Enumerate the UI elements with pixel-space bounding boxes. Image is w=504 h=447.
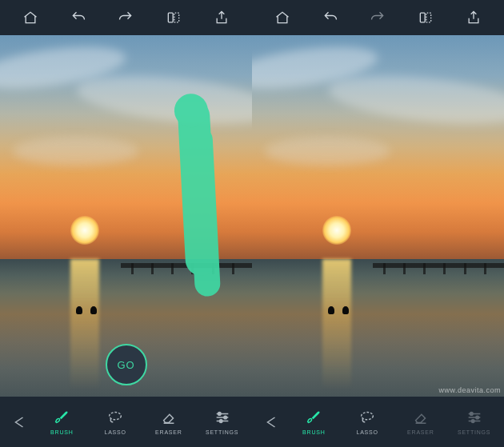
undo-icon[interactable]	[70, 9, 87, 26]
tool-label: ERASER	[155, 429, 182, 435]
compare-icon[interactable]	[417, 9, 434, 26]
back-arrow-icon[interactable]	[3, 415, 35, 429]
tool-brush[interactable]: BRUSH	[287, 409, 341, 435]
photo-panel-before[interactable]: GO	[0, 35, 252, 397]
share-icon[interactable]	[465, 9, 482, 26]
photo-panel-after[interactable]	[252, 35, 504, 397]
go-button[interactable]: GO	[106, 344, 147, 385]
tool-label: LASSO	[104, 429, 126, 435]
home-icon[interactable]	[22, 9, 39, 26]
tool-eraser[interactable]: ERASER	[142, 409, 196, 435]
svg-point-7	[219, 420, 222, 423]
redo-icon[interactable]	[117, 9, 134, 26]
tool-label: SETTINGS	[206, 429, 238, 435]
go-button-label: GO	[117, 359, 134, 371]
tool-settings[interactable]: SETTINGS	[195, 409, 249, 435]
svg-point-5	[218, 413, 221, 416]
tool-label: ERASER	[407, 429, 434, 435]
tool-brush[interactable]: BRUSH	[35, 409, 89, 435]
top-toolbar-left	[0, 0, 252, 35]
svg-point-4	[110, 413, 122, 420]
svg-rect-1	[174, 13, 179, 22]
top-toolbar	[0, 0, 504, 35]
home-icon[interactable]	[274, 9, 291, 26]
canvas-area: GO	[0, 35, 504, 397]
top-toolbar-right	[252, 0, 504, 35]
svg-point-11	[471, 420, 474, 423]
svg-rect-2	[421, 13, 426, 22]
svg-rect-0	[169, 13, 174, 22]
tool-eraser[interactable]: ERASER	[394, 409, 448, 435]
svg-point-8	[362, 413, 374, 420]
tool-settings[interactable]: SETTINGS	[447, 409, 501, 435]
svg-point-10	[475, 416, 478, 419]
svg-rect-3	[426, 13, 431, 22]
bottom-toolbar-right: BRUSH LASSO ERASER SETTINGS	[252, 397, 504, 447]
tool-lasso[interactable]: LASSO	[89, 409, 142, 435]
tool-label: SETTINGS	[458, 429, 490, 435]
tool-label: BRUSH	[302, 429, 326, 435]
back-arrow-icon[interactable]	[255, 415, 287, 429]
undo-icon[interactable]	[322, 9, 339, 26]
tool-label: BRUSH	[50, 429, 74, 435]
compare-icon[interactable]	[165, 9, 182, 26]
sunset-photo	[252, 35, 504, 397]
watermark-text: www.deavita.com	[438, 386, 501, 394]
svg-point-9	[470, 413, 473, 416]
tool-label: LASSO	[356, 429, 378, 435]
share-icon[interactable]	[213, 9, 230, 26]
bottom-toolbar-left: BRUSH LASSO ERASER SETTINGS	[0, 397, 252, 447]
tool-lasso[interactable]: LASSO	[341, 409, 394, 435]
bottom-toolbar: BRUSH LASSO ERASER SETTINGS BRUSH LASSO	[0, 397, 504, 447]
redo-icon[interactable]	[369, 9, 386, 26]
svg-point-6	[223, 416, 226, 419]
